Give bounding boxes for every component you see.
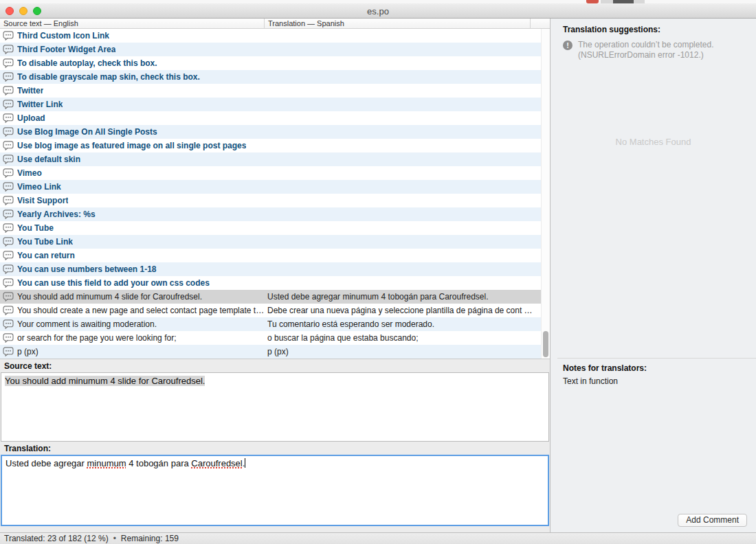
comment-icon	[3, 196, 14, 205]
comment-icon	[3, 223, 14, 233]
source-cell-text: To disable autoplay, check this box.	[17, 58, 157, 68]
list-item[interactable]: You Tube Link	[0, 235, 550, 249]
list-item[interactable]: To disable autoplay, check this box.	[0, 56, 550, 70]
add-comment-button[interactable]: Add Comment	[678, 514, 747, 527]
list-item[interactable]: p (px)p (px)	[0, 345, 550, 359]
list-item[interactable]: or search for the page you were looking …	[0, 331, 550, 345]
column-header-spacer	[531, 19, 550, 28]
comment-icon	[3, 141, 14, 150]
translation-cell	[265, 98, 550, 111]
translation-text: 4 tobogán para	[126, 458, 192, 468]
list-item[interactable]: You should add minumum 4 slide for Carou…	[0, 290, 550, 304]
source-cell-text: Your comment is awaiting moderation.	[17, 319, 157, 329]
list-item[interactable]: Use Blog Image On All Single Posts	[0, 125, 550, 139]
remaining-count: Remaining: 159	[121, 534, 179, 543]
translation-cell-text: p (px)	[267, 347, 289, 356]
source-cell-text: Twitter	[17, 86, 43, 95]
source-cell: Third Custom Icon Link	[0, 29, 265, 43]
source-text-label: Source text:	[4, 361, 550, 371]
misspelled-word: Caroufredsel	[191, 458, 242, 468]
translation-cell	[265, 139, 550, 152]
translation-cell	[265, 152, 550, 166]
comment-icon	[3, 86, 14, 95]
source-cell-text: You Tube	[17, 223, 54, 233]
comment-icon	[3, 237, 14, 247]
comment-icon	[3, 292, 14, 302]
list-item[interactable]: Twitter Link	[0, 98, 550, 111]
list-item[interactable]: You Tube	[0, 221, 550, 235]
translation-cell	[265, 235, 550, 249]
list-item[interactable]: Your comment is awaiting moderation.Tu c…	[0, 317, 550, 331]
source-cell-text: or search for the page you were looking …	[17, 333, 176, 343]
comment-icon	[3, 251, 14, 260]
misspelled-word: minumum	[87, 458, 126, 468]
source-cell-text: You Tube Link	[17, 237, 73, 247]
list-item[interactable]: Visit Support	[0, 194, 550, 207]
translation-cell	[265, 29, 550, 43]
source-cell: Vimeo Link	[0, 180, 265, 194]
source-text-box[interactable]: You should add minumum 4 slide for Carou…	[1, 372, 549, 442]
error-message: The operation couldn’t be completed. (NS…	[578, 40, 713, 60]
list-item[interactable]: Vimeo Link	[0, 180, 550, 194]
translation-cell	[265, 70, 550, 84]
translation-cell: Debe crear una nueva página y seleccione…	[265, 304, 550, 317]
status-separator: •	[113, 534, 116, 543]
list-scrollbar[interactable]	[541, 29, 550, 359]
source-cell: To disable grayscale map skin, check thi…	[0, 70, 265, 84]
source-cell-text: Vimeo Link	[17, 182, 61, 192]
list-item[interactable]: You can return	[0, 249, 550, 262]
source-cell-text: You can use this field to add your own c…	[17, 278, 210, 288]
source-cell: p (px)	[0, 345, 265, 359]
list-header: Source text — English Translation — Span…	[0, 19, 550, 29]
comment-icon	[3, 72, 14, 82]
source-cell: Twitter	[0, 84, 265, 98]
list-item[interactable]: To disable grayscale map skin, check thi…	[0, 70, 550, 84]
list-item[interactable]: You can use numbers between 1-18	[0, 262, 550, 276]
source-cell-text: Third Custom Icon Link	[17, 31, 109, 41]
list-item[interactable]: Use blog image as featured image on all …	[0, 139, 550, 152]
comment-icon	[3, 333, 14, 343]
translation-cell: Usted debe agregar minumum 4 tobogán par…	[265, 290, 550, 304]
source-cell: You should add minumum 4 slide for Carou…	[0, 290, 265, 304]
editor-area: Source text: You should add minumum 4 sl…	[0, 359, 550, 532]
titlebar: es.po	[0, 3, 756, 19]
translation-list[interactable]: Third Custom Icon LinkThird Footer Widge…	[0, 29, 550, 359]
scrollbar-thumb[interactable]	[543, 331, 548, 357]
source-cell: Visit Support	[0, 194, 265, 207]
comment-icon	[3, 182, 14, 192]
comment-icon	[3, 31, 14, 41]
translation-input[interactable]: Usted debe agregar minumum 4 tobogán par…	[1, 455, 549, 526]
source-cell: Use blog image as featured image on all …	[0, 139, 265, 152]
comment-icon	[3, 347, 14, 356]
list-item[interactable]: Upload	[0, 111, 550, 125]
translation-cell	[265, 125, 550, 139]
list-item[interactable]: You can use this field to add your own c…	[0, 276, 550, 290]
list-item[interactable]: Twitter	[0, 84, 550, 98]
list-item[interactable]: Third Custom Icon Link	[0, 29, 550, 43]
list-item[interactable]: Yearly Archives: %s	[0, 207, 550, 221]
translation-cell	[265, 221, 550, 235]
source-cell: Yearly Archives: %s	[0, 207, 265, 221]
column-header-translation[interactable]: Translation — Spanish	[265, 19, 531, 28]
list-item[interactable]: You should create a new page and select …	[0, 304, 550, 317]
list-item[interactable]: Third Footer Widget Area	[0, 43, 550, 56]
source-cell-text: Use default skin	[17, 155, 80, 164]
no-matches-text: No Matches Found	[551, 137, 756, 147]
translation-cell	[265, 180, 550, 194]
notes-text: Text in function	[563, 376, 618, 386]
source-cell-text: Twitter Link	[17, 100, 63, 109]
list-item[interactable]: Vimeo	[0, 166, 550, 180]
comment-icon	[3, 264, 14, 274]
translation-cell	[265, 56, 550, 70]
translation-cell-text: Tu comentario está esperando ser moderad…	[267, 319, 434, 329]
poedit-window: es.po Source text — English Translation …	[0, 0, 756, 544]
suggestion-error: ! The operation couldn’t be completed. (…	[563, 40, 756, 60]
column-header-source[interactable]: Source text — English	[0, 19, 265, 28]
source-cell: Vimeo	[0, 166, 265, 180]
list-item[interactable]: Use default skin	[0, 152, 550, 166]
source-cell: You should create a new page and select …	[0, 304, 265, 317]
source-cell: You can use this field to add your own c…	[0, 276, 265, 290]
status-bar: Translated: 23 of 182 (12 %)•Remaining: …	[0, 532, 756, 544]
comment-icon	[3, 113, 14, 123]
translation-cell: Tu comentario está esperando ser moderad…	[265, 317, 550, 331]
